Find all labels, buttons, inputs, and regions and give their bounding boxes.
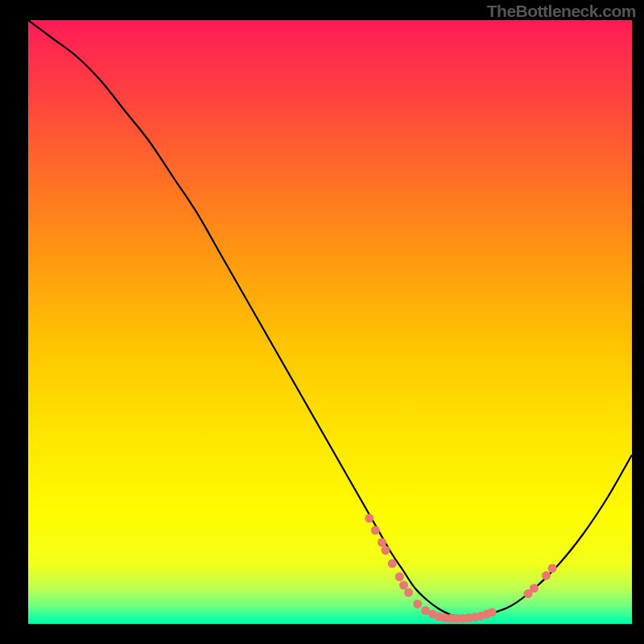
highlight-dot [395, 572, 404, 581]
highlight-dot [488, 608, 497, 617]
highlight-dot [399, 581, 408, 590]
highlight-dot [365, 514, 374, 522]
highlight-dots-group [365, 514, 556, 623]
highlight-dot [382, 546, 390, 555]
highlight-dot [371, 526, 380, 535]
highlight-dot [548, 564, 557, 573]
chart-svg [28, 20, 632, 624]
highlight-dot [530, 584, 539, 592]
highlight-dot [413, 600, 422, 609]
highlight-dot [404, 588, 413, 597]
highlight-dot [388, 559, 397, 568]
highlight-dot [542, 572, 551, 580]
chart-plot-area [28, 20, 632, 624]
watermark-text: TheBottleneck.com [487, 2, 636, 21]
highlight-dot [378, 538, 386, 547]
bottleneck-curve-line [28, 20, 632, 618]
